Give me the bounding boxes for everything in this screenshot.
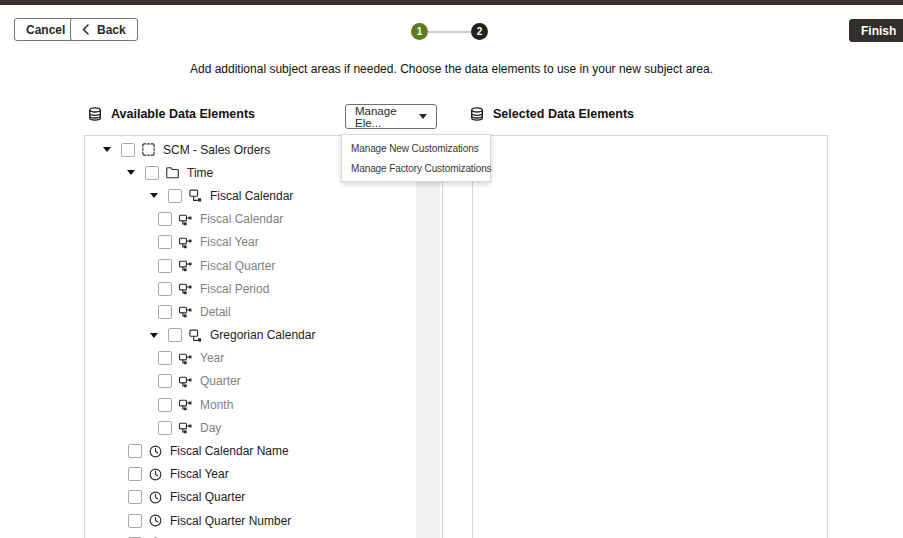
expand-caret-icon[interactable] — [150, 333, 160, 338]
folder-icon — [165, 165, 180, 180]
checkbox[interactable] — [158, 235, 172, 249]
level-icon — [178, 258, 193, 273]
level-icon — [178, 397, 193, 412]
checkbox[interactable] — [158, 212, 172, 226]
window-top-strip — [0, 0, 903, 5]
menu-item[interactable]: Manage New Customizations — [342, 138, 490, 158]
checkbox[interactable] — [128, 490, 142, 504]
clock-icon — [148, 490, 163, 505]
tree-row-label: Month — [200, 398, 233, 412]
tree-row[interactable]: Fiscal Calendar Name — [85, 439, 415, 462]
menu-item[interactable]: Manage Factory Customizations — [342, 158, 490, 178]
step-2-indicator[interactable]: 2 — [471, 23, 488, 40]
finish-button[interactable]: Finish — [849, 19, 903, 42]
vertical-scrollbar[interactable] — [416, 136, 440, 538]
checkbox[interactable] — [168, 328, 182, 342]
checkbox[interactable] — [128, 514, 142, 528]
tree-row-label: Year — [200, 351, 224, 365]
expand-caret-icon[interactable] — [127, 170, 137, 175]
expand-caret-icon[interactable] — [103, 147, 113, 152]
tree-row[interactable]: Gregorian Calendar — [85, 324, 415, 347]
tree-row[interactable]: Fiscal Calendar — [85, 208, 415, 231]
tree-row[interactable]: Day — [85, 416, 415, 439]
tree-row-label: Time — [187, 166, 213, 180]
tree-row[interactable]: Month — [85, 393, 415, 416]
tree-row[interactable]: Fiscal Quarter Number — [85, 509, 415, 532]
level-icon — [178, 351, 193, 366]
level-icon — [178, 235, 193, 250]
tree-row[interactable]: Fiscal Quarter — [85, 486, 415, 509]
level-icon — [178, 304, 193, 319]
checkbox[interactable] — [158, 421, 172, 435]
subject-area-icon — [141, 142, 156, 157]
level-icon — [178, 281, 193, 296]
tree-row-label: SCM - Sales Orders — [163, 143, 270, 157]
cancel-button[interactable]: Cancel — [14, 18, 77, 41]
tree-row-label: Fiscal Year — [170, 467, 229, 481]
tree-row-label: Fiscal Calendar — [210, 189, 293, 203]
available-panel-header: Available Data Elements — [87, 106, 255, 122]
tree-row-label: Gregorian Calendar — [210, 328, 315, 342]
selected-panel-header: Selected Data Elements — [469, 106, 634, 122]
tree-row-label: Quarter — [200, 374, 241, 388]
tree-row-label: Fiscal Quarter Number — [170, 514, 291, 528]
checkbox[interactable] — [128, 444, 142, 458]
data-elements-tree: SCM - Sales OrdersTimeFiscal CalendarFis… — [85, 136, 415, 538]
tree-row-label: Fiscal Quarter — [200, 259, 275, 273]
dropdown-caret-icon — [419, 114, 427, 119]
tree-row[interactable] — [85, 532, 415, 538]
instruction-text: Add additional subject areas if needed. … — [0, 62, 903, 76]
checkbox[interactable] — [145, 166, 159, 180]
clock-icon — [148, 513, 163, 528]
checkbox[interactable] — [158, 374, 172, 388]
tree-row[interactable]: Fiscal Period — [85, 277, 415, 300]
clock-icon — [148, 444, 163, 459]
tree-row[interactable]: Quarter — [85, 370, 415, 393]
level-icon — [178, 212, 193, 227]
selected-data-elements-panel — [472, 135, 828, 538]
checkbox[interactable] — [158, 305, 172, 319]
tree-row-label: Detail — [200, 305, 231, 319]
checkbox[interactable] — [158, 351, 172, 365]
checkbox[interactable] — [168, 189, 182, 203]
expand-caret-icon[interactable] — [150, 193, 160, 198]
back-button-label: Back — [97, 23, 126, 37]
database-icon — [87, 106, 103, 122]
checkbox[interactable] — [158, 282, 172, 296]
back-button[interactable]: Back — [70, 18, 138, 41]
manage-elements-dropdown-menu: Manage New CustomizationsManage Factory … — [341, 134, 491, 182]
step-connector — [428, 31, 471, 33]
database-icon — [469, 106, 485, 122]
tree-row-label: Fiscal Calendar — [200, 212, 283, 226]
tree-row[interactable]: Fiscal Year — [85, 231, 415, 254]
manage-elements-dropdown-button[interactable]: Manage Ele... — [345, 104, 437, 129]
tree-row-label: Fiscal Quarter — [170, 490, 245, 504]
checkbox[interactable] — [158, 259, 172, 273]
tree-row-label: Fiscal Year — [200, 235, 259, 249]
tree-row-label: Fiscal Period — [200, 282, 269, 296]
checkbox[interactable] — [128, 467, 142, 481]
checkbox[interactable] — [158, 398, 172, 412]
tree-row[interactable]: Fiscal Year — [85, 463, 415, 486]
step-1-indicator[interactable]: 1 — [411, 23, 428, 40]
tree-row[interactable]: Year — [85, 347, 415, 370]
level-icon — [178, 420, 193, 435]
tree-row-label: Day — [200, 421, 221, 435]
checkbox[interactable] — [121, 143, 135, 157]
wizard-stepper: 1 2 — [411, 23, 488, 40]
tree-row-label: Fiscal Calendar Name — [170, 444, 289, 458]
tree-row[interactable]: Fiscal Calendar — [85, 184, 415, 207]
hierarchy-icon — [188, 328, 203, 343]
level-icon — [178, 374, 193, 389]
tree-row[interactable]: Detail — [85, 300, 415, 323]
selected-panel-title: Selected Data Elements — [493, 107, 634, 121]
available-panel-title: Available Data Elements — [111, 107, 255, 121]
hierarchy-icon — [188, 188, 203, 203]
back-chevron-icon — [82, 24, 89, 35]
manage-button-label: Manage Ele... — [355, 105, 419, 129]
tree-row[interactable]: Fiscal Quarter — [85, 254, 415, 277]
available-data-elements-panel: SCM - Sales OrdersTimeFiscal CalendarFis… — [84, 135, 443, 538]
clock-icon — [148, 467, 163, 482]
